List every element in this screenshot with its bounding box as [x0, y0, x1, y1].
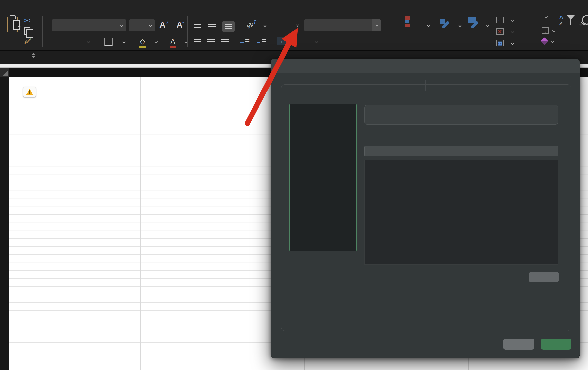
increase-font-icon[interactable]: A＾: [159, 20, 169, 30]
format-cells-icon: ▦: [496, 40, 504, 46]
align-left-button[interactable]: [194, 39, 201, 44]
ribbon-divider: [491, 16, 491, 47]
fill-down-icon: ↓: [542, 27, 549, 34]
delete-cells-icon: ✕: [496, 28, 504, 35]
align-right-button[interactable]: [221, 39, 229, 44]
orientation-icon[interactable]: ab↗: [245, 17, 259, 30]
number-format-chevron[interactable]: [372, 19, 381, 31]
wrap-text-chevron[interactable]: [296, 23, 299, 27]
cancel-button[interactable]: [503, 339, 534, 350]
delete-cells-button[interactable]: ✕: [496, 28, 514, 35]
excel-window: ✂ 🖉 A＾ Aᵛ ◇ A: [0, 0, 588, 370]
autosum-button[interactable]: [542, 16, 547, 18]
ok-button[interactable]: [541, 339, 571, 350]
eraser-icon: [540, 37, 548, 45]
align-bottom-button-selected[interactable]: [222, 21, 235, 32]
paste-button[interactable]: [4, 17, 21, 34]
align-top-button[interactable]: [194, 24, 201, 29]
name-box-spinner[interactable]: [32, 53, 35, 58]
ribbon: ✂ 🖉 A＾ Aᵛ ◇ A: [0, 0, 588, 50]
category-list[interactable]: [289, 104, 357, 251]
cell-styles-button[interactable]: [460, 16, 483, 37]
ribbon-divider: [269, 16, 269, 47]
fill-color-icon[interactable]: ◇: [140, 37, 145, 46]
conditional-formatting-button[interactable]: [397, 16, 424, 37]
format-cells-dialog: [271, 59, 580, 358]
type-input[interactable]: [364, 146, 558, 156]
clipboard-tools: ✂ 🖉: [24, 16, 32, 45]
font-color-icon[interactable]: A: [171, 38, 175, 46]
row-headers: [0, 77, 9, 370]
underline-chevron[interactable]: [87, 40, 90, 43]
format-code-list[interactable]: [364, 160, 558, 265]
sort-filter-button[interactable]: AZ: [565, 15, 576, 28]
paste-icon: [7, 17, 18, 32]
select-all-corner[interactable]: [0, 68, 9, 77]
cell-styles-icon: [466, 16, 477, 27]
conditional-formatting-chevron[interactable]: [427, 24, 430, 27]
merge-center-chevron[interactable]: [292, 39, 295, 43]
conditional-formatting-icon: [405, 16, 416, 27]
merge-center-icon[interactable]: ←: [277, 37, 288, 45]
orientation-chevron[interactable]: [263, 24, 267, 27]
find-select-icon: [580, 15, 588, 26]
font-size-dropdown[interactable]: [129, 19, 155, 31]
format-as-table-icon: [437, 16, 448, 27]
borders-chevron[interactable]: [122, 40, 126, 43]
decrease-indent-icon[interactable]: ←☰: [239, 38, 250, 45]
fill-color-chevron[interactable]: [155, 40, 158, 43]
format-cells-button[interactable]: ▦: [496, 40, 514, 46]
ribbon-divider: [187, 16, 188, 47]
insert-cells-button[interactable]: ←: [496, 17, 514, 23]
menu-bar: [0, 0, 588, 14]
borders-icon[interactable]: [104, 38, 113, 46]
clear-button[interactable]: [542, 38, 554, 44]
ribbon-divider: [391, 16, 391, 47]
fill-button[interactable]: ↓: [542, 27, 555, 34]
ribbon-divider: [42, 16, 43, 47]
insert-cells-icon: ←: [496, 17, 504, 23]
currency-chevron[interactable]: [315, 40, 318, 43]
delete-button[interactable]: [529, 272, 559, 282]
align-center-button[interactable]: [207, 39, 215, 44]
number-format-dropdown[interactable]: [304, 19, 381, 31]
find-select-label: [580, 34, 588, 42]
ribbon-divider: [300, 16, 300, 47]
ribbon-divider: [537, 16, 537, 47]
sort-filter-icon: AZ: [565, 15, 576, 28]
formula-bar-divider: [78, 53, 78, 62]
sort-filter-label: [554, 34, 577, 42]
decrease-font-icon[interactable]: Aᵛ: [177, 20, 184, 30]
error-warning-button[interactable]: [23, 87, 36, 97]
format-as-table-button[interactable]: [431, 16, 455, 37]
find-select-button[interactable]: [580, 15, 588, 26]
align-middle-button[interactable]: [208, 24, 216, 29]
name-box[interactable]: [0, 51, 38, 64]
warning-icon: [26, 89, 33, 95]
font-name-dropdown[interactable]: [52, 19, 126, 31]
dialog-titlebar[interactable]: [271, 59, 580, 73]
copy-icon[interactable]: [24, 27, 30, 35]
cell-styles-chevron[interactable]: [486, 24, 489, 27]
cut-icon[interactable]: ✂: [24, 16, 32, 25]
increase-indent-icon[interactable]: →☰: [256, 38, 266, 45]
sample-box: [364, 105, 558, 125]
format-painter-icon[interactable]: 🖉: [24, 37, 32, 45]
